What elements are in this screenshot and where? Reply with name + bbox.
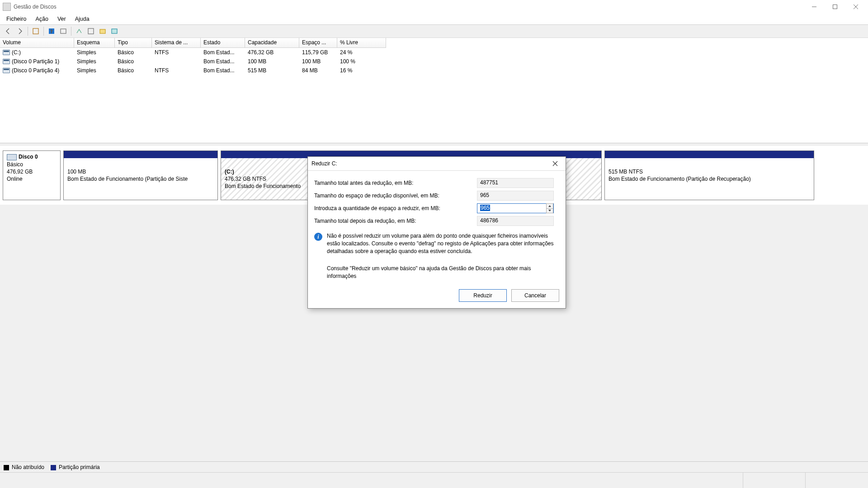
menu-view[interactable]: Ver: [53, 14, 71, 24]
table-row[interactable]: (Disco 0 Partição 1)SimplesBásicoBom Est…: [0, 57, 868, 66]
toolbar-icon-6[interactable]: [109, 26, 120, 37]
maximize-button[interactable]: [825, 0, 845, 14]
volume-layout: Simples: [74, 66, 115, 75]
volume-status: Bom Estad...: [201, 66, 245, 75]
value-total-before: 487751: [477, 178, 554, 188]
disk-name: Disco 0: [19, 154, 38, 160]
toolbar-icon-2[interactable]: [58, 26, 69, 37]
volume-name: (C:): [12, 49, 21, 56]
volume-free: 84 MB: [299, 66, 337, 75]
volume-icon: [3, 50, 10, 55]
volume-fs: [152, 61, 201, 62]
svg-rect-5: [88, 28, 94, 34]
volume-free: 115,79 GB: [299, 48, 337, 56]
volume-type: Básico: [115, 66, 152, 75]
partition-box[interactable]: 100 MBBom Estado de Funcionamento (Parti…: [63, 150, 218, 200]
shrink-amount-input[interactable]: 965: [477, 203, 554, 213]
spinner-down[interactable]: [546, 209, 553, 214]
volume-list-header: Volume Esquema Tipo Sistema de ... Estad…: [0, 38, 868, 48]
volume-icon: [3, 59, 10, 64]
titlebar: Gestão de Discos: [0, 0, 868, 14]
nav-forward-button[interactable]: [14, 26, 25, 37]
label-total-before: Tamanho total antes da redução, em MB:: [314, 180, 477, 186]
close-button[interactable]: [845, 0, 866, 14]
volume-icon: [3, 68, 10, 73]
shrink-button[interactable]: Reduzir: [459, 289, 507, 302]
volume-capacity: 476,32 GB: [245, 48, 299, 56]
volume-status: Bom Estad...: [201, 57, 245, 66]
nav-back-button[interactable]: [3, 26, 14, 37]
help-icon[interactable]: ?: [46, 26, 57, 37]
col-status[interactable]: Estado: [201, 38, 245, 48]
col-pctfree[interactable]: % Livre: [337, 38, 386, 48]
volume-fs: NTFS: [152, 48, 201, 56]
col-filesystem[interactable]: Sistema de ...: [152, 38, 201, 48]
label-shrink-amount: Introduza a quantidade de espaço a reduz…: [314, 205, 477, 211]
toolbar-icon-1[interactable]: [30, 26, 41, 37]
spinner-up[interactable]: [546, 203, 553, 209]
shrink-dialog: Reduzir C: Tamanho total antes da reduçã…: [307, 156, 566, 309]
col-free[interactable]: Espaço ...: [299, 38, 337, 48]
info-text-2: Consulte "Reduzir um volume básico" na a…: [327, 265, 559, 280]
volume-capacity: 515 MB: [245, 66, 299, 75]
partition-size: 100 MB: [67, 168, 214, 175]
toolbar-icon-4[interactable]: [85, 26, 96, 37]
minimize-button[interactable]: [804, 0, 825, 14]
cancel-button[interactable]: Cancelar: [511, 289, 559, 302]
info-icon: i: [314, 233, 322, 241]
disk-header[interactable]: Disco 0 Básico 476,92 GB Online: [3, 150, 61, 200]
col-capacity[interactable]: Capacidade: [245, 38, 299, 48]
table-row[interactable]: (C:)SimplesBásicoNTFSBom Estad...476,32 …: [0, 48, 868, 57]
info-text-1: Não é possível reduzir um volume para al…: [327, 232, 559, 255]
menu-help[interactable]: Ajuda: [71, 14, 94, 24]
legend: Não atribuído Partição primária: [0, 461, 868, 473]
col-volume[interactable]: Volume: [0, 38, 74, 48]
volume-pctfree: 16 %: [337, 66, 386, 75]
legend-unallocated: Não atribuído: [4, 464, 44, 470]
volume-status: Bom Estad...: [201, 48, 245, 56]
app-icon: [3, 3, 11, 11]
menu-action[interactable]: Ação: [31, 14, 53, 24]
svg-rect-0: [833, 5, 837, 9]
toolbar-icon-5[interactable]: [97, 26, 108, 37]
volume-name: (Disco 0 Partição 4): [12, 67, 59, 74]
toolbar-icon-3[interactable]: [74, 26, 85, 37]
value-available: 965: [477, 191, 554, 201]
statusbar: [0, 472, 868, 488]
svg-rect-4: [61, 29, 66, 33]
table-row[interactable]: (Disco 0 Partição 4)SimplesBásicoNTFSBom…: [0, 66, 868, 75]
volume-type: Básico: [115, 57, 152, 66]
svg-rect-6: [100, 29, 105, 33]
volume-name: (Disco 0 Partição 1): [12, 58, 59, 65]
value-total-after: 486786: [477, 216, 554, 226]
volume-layout: Simples: [74, 48, 115, 56]
volume-fs: NTFS: [152, 66, 201, 75]
volume-pctfree: 24 %: [337, 48, 386, 56]
menu-file[interactable]: Ficheiro: [2, 14, 31, 24]
partition-size: 515 MB NTFS: [609, 168, 810, 175]
partition-status: Bom Estado de Funcionamento (Partição de…: [609, 175, 810, 183]
disk-size: 476,92 GB: [7, 169, 57, 175]
menubar: Ficheiro Ação Ver Ajuda: [0, 14, 868, 25]
volume-list[interactable]: Volume Esquema Tipo Sistema de ... Estad…: [0, 38, 868, 143]
col-layout[interactable]: Esquema: [74, 38, 115, 48]
disk-icon: [7, 154, 17, 160]
svg-rect-1: [33, 28, 38, 34]
label-available: Tamanho do espaço de redução disponível,…: [314, 192, 477, 199]
dialog-title: Reduzir C:: [311, 160, 548, 167]
svg-rect-7: [112, 29, 117, 33]
window-title: Gestão de Discos: [14, 4, 57, 10]
partition-status: Bom Estado de Funcionamento (Partição de…: [67, 175, 214, 183]
partition-box[interactable]: 515 MB NTFSBom Estado de Funcionamento (…: [604, 150, 814, 200]
volume-pctfree: 100 %: [337, 57, 386, 66]
svg-text:?: ?: [51, 29, 53, 34]
volume-capacity: 100 MB: [245, 57, 299, 66]
toolbar: ?: [0, 25, 868, 38]
volume-free: 100 MB: [299, 57, 337, 66]
legend-primary: Partição primária: [51, 464, 100, 470]
volume-layout: Simples: [74, 57, 115, 66]
disk-status: Online: [7, 176, 57, 182]
col-type[interactable]: Tipo: [115, 38, 152, 48]
dialog-close-button[interactable]: [548, 158, 562, 169]
disk-type: Básico: [7, 161, 57, 168]
